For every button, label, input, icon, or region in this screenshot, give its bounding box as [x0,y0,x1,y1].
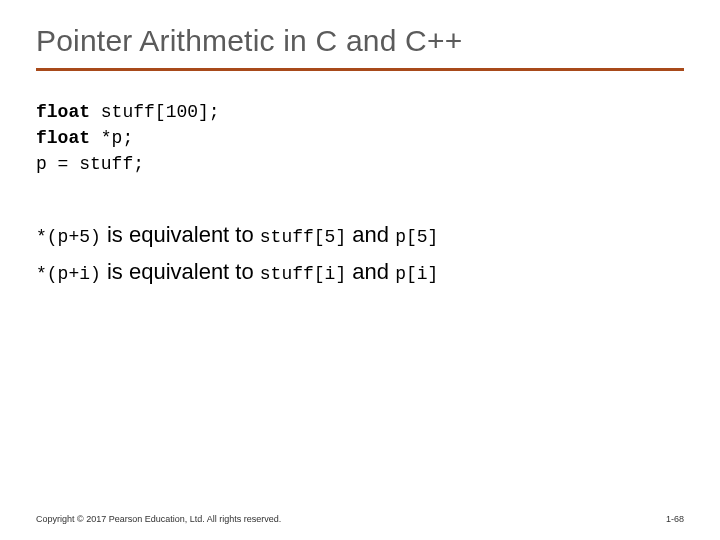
text-and: and [346,222,395,247]
code-keyword: float [36,102,90,122]
footer: Copyright © 2017 Pearson Education, Ltd.… [36,514,684,524]
expr-rhs2: p[i] [395,264,438,284]
code-text: *p; [90,128,133,148]
text-equiv: is equivalent to [101,222,260,247]
equivalence-line: *(p+5) is equivalent to stuff[5] and p[5… [36,217,684,252]
code-text: stuff[100]; [90,102,220,122]
expr-rhs1: stuff[5] [260,227,346,247]
text-equiv: is equivalent to [101,259,260,284]
code-text: p = stuff; [36,154,144,174]
expr-rhs1: stuff[i] [260,264,346,284]
text-and: and [346,259,395,284]
slide: Pointer Arithmetic in C and C++ float st… [0,0,720,540]
page-number: 1-68 [666,514,684,524]
expr-lhs: *(p+i) [36,264,101,284]
expr-lhs: *(p+5) [36,227,101,247]
code-block: float stuff[100]; float *p; p = stuff; [36,99,684,177]
code-keyword: float [36,128,90,148]
page-title: Pointer Arithmetic in C and C++ [36,24,684,58]
expr-rhs2: p[5] [395,227,438,247]
copyright-text: Copyright © 2017 Pearson Education, Ltd.… [36,514,281,524]
title-divider [36,68,684,71]
equivalence-line: *(p+i) is equivalent to stuff[i] and p[i… [36,254,684,289]
